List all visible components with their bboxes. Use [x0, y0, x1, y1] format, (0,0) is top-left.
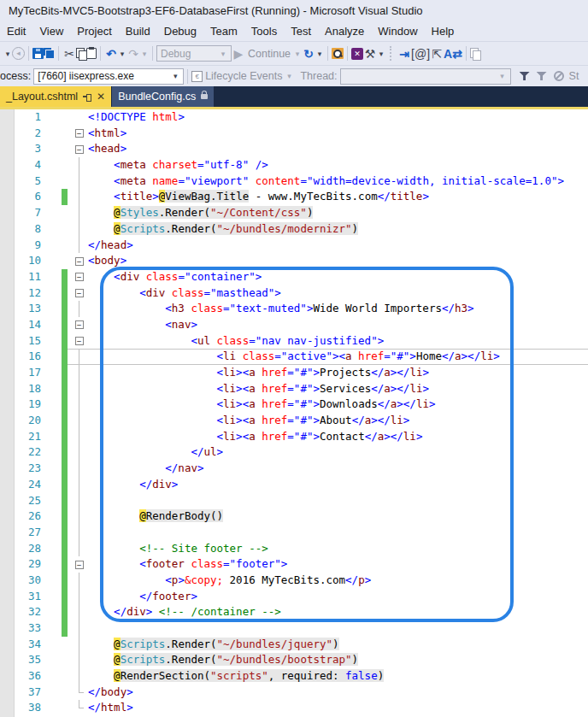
menu-item-project[interactable]: Project — [70, 22, 118, 41]
fold-collapse-box[interactable]: − — [75, 145, 84, 154]
code-line-2[interactable]: 2−<html> — [0, 126, 588, 142]
find-in-files-icon[interactable] — [332, 48, 344, 59]
save-icon[interactable] — [32, 48, 44, 59]
chevron-down-icon[interactable]: ▾ — [285, 65, 293, 86]
code-line-21[interactable]: 21 <li><a href="#">Contact</a></li> — [0, 429, 588, 445]
code-text[interactable]: <p>&copy; 2016 MyTecBits.com</p> — [88, 573, 588, 589]
code-text[interactable]: <li><a href="#">Contact</a></li> — [88, 429, 588, 445]
code-text[interactable]: </footer> — [88, 589, 588, 605]
fold-collapse-box[interactable]: − — [75, 320, 84, 329]
lifecycle-events-label[interactable]: Lifecycle Events — [205, 70, 282, 82]
code-line-28[interactable]: 28 <!-- Site footer --> — [0, 541, 588, 557]
code-text[interactable]: </body> — [88, 685, 588, 701]
code-line-31[interactable]: 31 </footer> — [0, 589, 588, 605]
wrench-icon[interactable]: ⚒ — [363, 43, 377, 65]
code-line-8[interactable]: 8 @Scripts.Render("~/bundles/modernizr") — [0, 221, 588, 238]
indent-icon[interactable]: ⇥ — [397, 43, 411, 65]
code-text[interactable]: <html> — [88, 126, 588, 142]
continue-caret[interactable]: ▾ — [293, 43, 302, 65]
code-line-24[interactable]: 24 </div> — [0, 477, 588, 493]
code-text[interactable]: <li><a href="#">Downloads</a></li> — [88, 397, 588, 413]
thread-combo[interactable]: ▾ — [340, 68, 511, 85]
code-line-30[interactable]: 30 <p>&copy; 2016 MyTecBits.com</p> — [0, 573, 588, 589]
code-line-33[interactable]: 33 — [0, 620, 588, 637]
code-text[interactable]: @Scripts.Render("~/bundles/jquery") — [88, 637, 588, 653]
code-line-37[interactable]: 37</body> — [0, 685, 588, 701]
cut-icon[interactable]: ✂ — [62, 43, 76, 65]
suppress-icon[interactable] — [554, 71, 564, 81]
code-line-13[interactable]: 13 <h3 class="text-muted">Wide World Imp… — [0, 301, 588, 317]
fold-collapse-box[interactable]: − — [75, 337, 84, 345]
code-text[interactable]: <meta name="viewport" content="width=dev… — [88, 173, 588, 190]
toolbar-options-caret[interactable]: ▾ — [3, 43, 12, 65]
code-text[interactable]: @RenderSection("scripts", required: fals… — [88, 668, 588, 685]
at-commit-icon[interactable]: [@] — [411, 43, 430, 65]
save-all-icon[interactable] — [44, 48, 55, 59]
code-text[interactable]: @RenderBody() — [88, 508, 588, 525]
redo-icon[interactable]: ↷ — [126, 43, 140, 65]
tab-bundleconfig-cs[interactable]: BundleConfig.cs — [112, 86, 214, 107]
code-text[interactable]: <li><a href="#">Services</a></li> — [88, 381, 588, 397]
copy-icon[interactable] — [76, 48, 86, 59]
navigate-backward-icon[interactable]: ◂ — [12, 47, 25, 60]
menu-item-test[interactable]: Test — [284, 22, 318, 41]
code-line-38[interactable]: 38</html> — [0, 700, 588, 716]
code-text[interactable]: </ul> — [88, 444, 588, 461]
undo-icon[interactable]: ↶ — [104, 43, 118, 65]
code-text[interactable]: <li class="active"><a href="#">Home</a><… — [88, 349, 588, 365]
filter-funnel-icon[interactable] — [520, 71, 530, 81]
code-text[interactable] — [88, 525, 588, 541]
refresh-icon[interactable]: ↻ — [302, 43, 315, 65]
code-line-26[interactable]: 26 @RenderBody() — [0, 508, 588, 525]
code-line-20[interactable]: 20 <li><a href="#">About</a></li> — [0, 413, 588, 429]
code-text[interactable]: @Scripts.Render("~/bundles/modernizr") — [88, 221, 588, 238]
menu-item-analyze[interactable]: Analyze — [318, 22, 371, 41]
fold-collapse-box[interactable]: − — [75, 273, 84, 281]
rename-icon[interactable]: A⇄ — [444, 43, 462, 65]
code-line-23[interactable]: 23 </nav> — [0, 461, 588, 477]
code-line-19[interactable]: 19 <li><a href="#">Downloads</a></li> — [0, 397, 588, 413]
redo-caret[interactable]: ▾ — [140, 43, 149, 65]
code-line-15[interactable]: 15− <ul class="nav nav-justified"> — [0, 333, 588, 350]
code-line-7[interactable]: 7 @Styles.Render("~/Content/css") — [0, 205, 588, 221]
code-line-1[interactable]: 1<!DOCTYPE html> — [0, 109, 588, 126]
code-text[interactable]: <h3 class="text-muted">Wide World Import… — [88, 301, 588, 317]
menu-item-build[interactable]: Build — [119, 22, 157, 41]
menu-item-team[interactable]: Team — [203, 22, 244, 41]
fold-collapse-box[interactable]: − — [75, 257, 84, 266]
sync-namespace-icon[interactable]: ⇱ — [430, 43, 444, 65]
code-line-36[interactable]: 36 @RenderSection("scripts", required: f… — [0, 668, 588, 685]
code-text[interactable]: <ul class="nav nav-justified"> — [88, 333, 588, 350]
code-text[interactable]: <footer class="footer"> — [88, 556, 588, 573]
continue-label[interactable]: Continue — [248, 48, 291, 60]
continue-play-icon[interactable]: ▶ — [232, 43, 245, 65]
code-line-11[interactable]: 11− <div class="container"> — [0, 269, 588, 285]
code-line-14[interactable]: 14− <nav> — [0, 317, 588, 333]
code-line-3[interactable]: 3−<head> — [0, 141, 588, 157]
tab-layout-cshtml[interactable]: _Layout.cshtml ✕ — [0, 86, 111, 107]
code-text[interactable]: <nav> — [88, 317, 588, 333]
code-line-25[interactable]: 25 — [0, 493, 588, 509]
code-line-16[interactable]: 16 <li class="active"><a href="#">Home</… — [0, 349, 588, 365]
refresh-caret[interactable]: ▾ — [315, 43, 324, 65]
code-line-18[interactable]: 18 <li><a href="#">Services</a></li> — [0, 381, 588, 397]
code-text[interactable]: </html> — [88, 700, 588, 716]
code-text[interactable]: </div> — [88, 477, 588, 493]
code-text[interactable]: <li><a href="#">About</a></li> — [88, 413, 588, 429]
code-line-35[interactable]: 35 @Scripts.Render("~/bundles/bootstrap"… — [0, 652, 588, 668]
code-line-27[interactable]: 27 — [0, 525, 588, 541]
code-text[interactable] — [88, 620, 588, 637]
code-text[interactable] — [88, 493, 588, 509]
code-text[interactable]: <div class="masthead"> — [88, 285, 588, 302]
debug-target-icon[interactable]: ✕ — [351, 48, 363, 60]
fold-collapse-box[interactable]: − — [75, 289, 84, 297]
menu-item-window[interactable]: Window — [371, 22, 424, 41]
code-text[interactable]: <!DOCTYPE html> — [88, 109, 588, 126]
code-text[interactable]: <meta charset="utf-8" /> — [88, 157, 588, 173]
code-line-22[interactable]: 22 </ul> — [0, 444, 588, 461]
code-text[interactable]: @Scripts.Render("~/bundles/bootstrap") — [88, 652, 588, 668]
code-line-32[interactable]: 32 </div> <!-- /container --> — [0, 604, 588, 620]
code-text[interactable]: </head> — [88, 238, 588, 254]
code-line-29[interactable]: 29− <footer class="footer"> — [0, 556, 588, 573]
code-text[interactable]: </nav> — [88, 461, 588, 477]
